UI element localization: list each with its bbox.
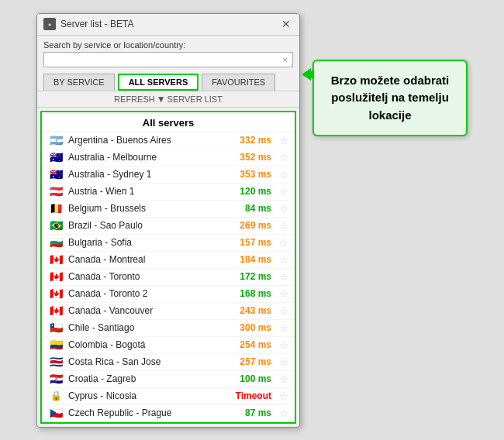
server-name: Belgium - Brussels	[68, 203, 220, 214]
server-name: Canada - Montreal	[68, 254, 220, 265]
window-title: Server list - BETA	[60, 19, 133, 29]
flag-icon: 🇧🇬	[48, 237, 64, 248]
flag-icon: 🇦🇺	[48, 169, 64, 180]
server-ping: 100 ms	[225, 373, 271, 384]
flag-icon: 🇦🇺	[48, 152, 64, 163]
favourite-button[interactable]: ☆	[279, 322, 288, 334]
flag-icon: 🇨🇦	[48, 271, 64, 282]
flag-icon: 🇭🇷	[48, 373, 64, 384]
list-item[interactable]: 🇦🇺 Australia - Melbourne 352 ms ☆	[42, 150, 295, 167]
server-ping: 352 ms	[225, 152, 271, 163]
list-item[interactable]: 🇧🇪 Belgium - Brussels 84 ms ☆	[42, 201, 295, 218]
server-ping: 269 ms	[225, 220, 271, 231]
search-area: Search by service or location/country: ×	[37, 36, 299, 70]
flag-icon: 🇨🇴	[48, 339, 64, 350]
favourite-button[interactable]: ☆	[279, 288, 288, 300]
server-name: Czech Republic - Prague	[68, 407, 220, 418]
close-button[interactable]: ✕	[279, 17, 293, 31]
favourite-button[interactable]: ☆	[279, 305, 288, 317]
server-ping: 332 ms	[225, 135, 271, 146]
server-name: Canada - Toronto	[68, 271, 220, 282]
server-list-window: ▪ Server list - BETA ✕ Search by service…	[36, 13, 300, 428]
list-item[interactable]: 🇭🇷 Croatia - Zagreb 100 ms ☆	[42, 371, 295, 388]
server-ping: 157 ms	[225, 237, 271, 248]
tooltip-box: Brzo možete odabrati poslužitelj na teme…	[312, 60, 468, 137]
favourite-button[interactable]: ☆	[279, 254, 288, 266]
server-name: Canada - Vancouver	[68, 305, 220, 316]
flag-icon: 🔒	[48, 390, 64, 401]
server-ping: 184 ms	[225, 254, 271, 265]
search-input[interactable]	[47, 54, 281, 65]
window-icon: ▪	[43, 18, 56, 30]
server-name: Colombia - Bogotá	[68, 339, 220, 350]
title-bar: ▪ Server list - BETA ✕	[37, 14, 299, 36]
list-item[interactable]: 🔒 Cyprus - Nicosia Timeout ☆	[42, 388, 295, 405]
favourite-button[interactable]: ☆	[279, 373, 288, 385]
flag-icon: 🇦🇹	[48, 186, 64, 197]
list-item[interactable]: 🇧🇷 Brazil - Sao Paulo 269 ms ☆	[42, 218, 295, 235]
flag-icon: 🇨🇦	[48, 288, 64, 299]
refresh-label: REFRESH	[114, 95, 155, 104]
favourite-button[interactable]: ☆	[279, 135, 288, 146]
favourite-button[interactable]: ☆	[279, 203, 288, 215]
list-item[interactable]: 🇨🇦 Canada - Toronto 2 168 ms ☆	[42, 286, 295, 303]
server-ping: 254 ms	[225, 339, 271, 350]
favourite-button[interactable]: ☆	[279, 407, 288, 419]
favourite-button[interactable]: ☆	[279, 356, 288, 368]
flag-icon: 🇨🇦	[48, 254, 64, 265]
favourite-button[interactable]: ☆	[279, 237, 288, 249]
list-item[interactable]: 🇧🇬 Bulgaria - Sofia 157 ms ☆	[42, 235, 295, 252]
flag-icon: 🇧🇪	[48, 203, 64, 214]
list-item[interactable]: 🇨🇦 Canada - Vancouver 243 ms ☆	[42, 303, 295, 320]
refresh-row: REFRESH ▼ SERVER LIST	[37, 91, 299, 108]
list-item[interactable]: 🇨🇦 Canada - Toronto 172 ms ☆	[42, 269, 295, 286]
search-clear-button[interactable]: ×	[281, 55, 289, 64]
list-item[interactable]: 🇦🇷 Argentina - Buenos Aires 332 ms ☆	[42, 132, 295, 150]
list-item[interactable]: 🇦🇹 Austria - Wien 1 120 ms ☆	[42, 184, 295, 201]
server-name: Australia - Sydney 1	[68, 169, 220, 180]
search-label: Search by service or location/country:	[43, 40, 293, 50]
tab-favourites[interactable]: FAVOURITES	[202, 74, 275, 91]
tab-all-servers[interactable]: ALL SERVERS	[118, 74, 199, 91]
list-item[interactable]: 🇨🇷 Costa Rica - San Jose 257 ms ☆	[42, 354, 295, 371]
flag-icon: 🇦🇷	[48, 135, 64, 146]
server-name: Bulgaria - Sofia	[68, 237, 220, 248]
server-name: Canada - Toronto 2	[68, 288, 220, 299]
favourite-button[interactable]: ☆	[279, 169, 288, 180]
refresh-button[interactable]: REFRESH ▼ SERVER LIST	[114, 94, 223, 105]
tabs-row: BY SERVICE ALL SERVERS FAVOURITES	[37, 70, 299, 91]
flag-icon: 🇨🇱	[48, 322, 64, 333]
favourite-button[interactable]: ☆	[279, 186, 288, 198]
server-list-header: All servers	[42, 112, 295, 132]
server-ping: 168 ms	[225, 288, 271, 299]
server-name: Australia - Melbourne	[68, 152, 220, 163]
favourite-button[interactable]: ☆	[279, 339, 288, 351]
server-ping: 84 ms	[225, 203, 271, 214]
flag-icon: 🇧🇷	[48, 220, 64, 231]
server-name: Croatia - Zagreb	[68, 373, 220, 384]
server-ping: Timeout	[225, 390, 271, 401]
tooltip-wrapper: Brzo možete odabrati poslužitelj na teme…	[312, 13, 468, 137]
list-item[interactable]: 🇦🇺 Australia - Sydney 1 353 ms ☆	[42, 167, 295, 184]
favourite-button[interactable]: ☆	[279, 390, 288, 402]
arrow-down-icon: ▼	[157, 94, 166, 105]
list-item[interactable]: 🇨🇱 Chile - Santiago 300 ms ☆	[42, 320, 295, 337]
server-name: Cyprus - Nicosia	[68, 390, 220, 401]
flag-icon: 🇨🇷	[48, 356, 64, 367]
refresh-label-2: SERVER LIST	[167, 95, 223, 104]
flag-icon: 🇨🇿	[48, 407, 64, 418]
server-list-container: All servers 🇦🇷 Argentina - Buenos Aires …	[40, 111, 296, 424]
favourite-button[interactable]: ☆	[279, 271, 288, 283]
server-name: Costa Rica - San Jose	[68, 356, 220, 367]
search-input-row: ×	[43, 52, 293, 67]
tab-by-service[interactable]: BY SERVICE	[43, 74, 115, 91]
list-item[interactable]: 🇨🇴 Colombia - Bogotá 254 ms ☆	[42, 337, 295, 354]
list-item[interactable]: 🇨🇿 Czech Republic - Prague 87 ms ☆	[42, 405, 295, 422]
favourite-button[interactable]: ☆	[279, 220, 288, 232]
title-bar-left: ▪ Server list - BETA	[43, 18, 133, 30]
server-name: Brazil - Sao Paulo	[68, 220, 220, 231]
favourite-button[interactable]: ☆	[279, 152, 288, 163]
server-name: Chile - Santiago	[68, 322, 220, 333]
list-item[interactable]: 🇨🇦 Canada - Montreal 184 ms ☆	[42, 252, 295, 269]
server-name: Austria - Wien 1	[68, 186, 220, 197]
